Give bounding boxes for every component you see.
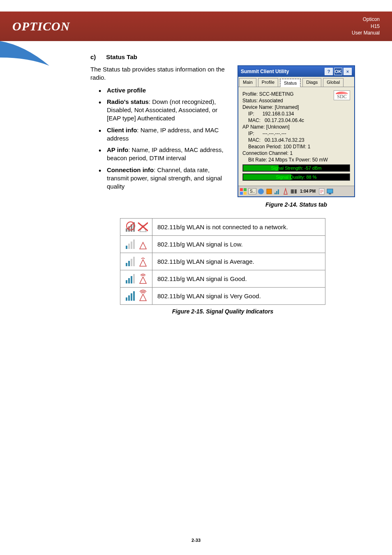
svg-rect-39 [126,297,127,301]
intro-paragraph: The Status tab provides status informati… [90,65,229,82]
svg-rect-40 [128,295,130,301]
table-row: 802.11b/g WLAN signal is Good. [120,270,325,288]
ip-value: 192.168.0.134 [263,111,294,117]
tab-profile[interactable]: Profile [258,78,278,87]
brand-line-3: User Manual [352,30,380,37]
right-column: Summit Client Utility ? OK × Main Profil… [238,65,355,208]
svg-rect-14 [295,189,296,193]
bullet-label: Client info [107,127,137,134]
signal-desc: 802.11b/g WLAN signal is Average. [152,253,325,270]
signal-desc: 802.11b/g WLAN signal is Very Good. [152,288,325,305]
tab-row: Main Profile Status Diags Global [238,77,354,87]
tab-body: SDC Profile: SCC-MEETING Status: Associa… [238,87,354,186]
tab-diags[interactable]: Diags [302,78,321,87]
beacon-line: Beacon Period: 100 DTIM: 1 [242,144,350,150]
mac-label: MAC: [248,117,261,123]
svg-point-5 [258,189,264,194]
titlebar-buttons: ? OK × [325,68,352,75]
svg-rect-27 [126,246,127,249]
start-icon[interactable] [239,187,247,196]
svg-rect-15 [296,189,297,193]
svg-rect-35 [126,280,127,283]
svg-rect-13 [294,189,294,193]
device-name-line: Device Name: [Unnamed] [242,104,350,110]
close-icon[interactable]: × [344,68,352,75]
signal-icon-very-good [120,288,152,305]
svg-text:OPTICON: OPTICON [12,19,70,33]
sdc-badge: SDC [334,90,350,100]
sig-strength-text: Signal Strength: -57 dBm [271,166,322,170]
svg-rect-29 [131,242,132,249]
sdc-text: SDC [337,94,346,100]
ok-button[interactable]: OK [334,68,342,75]
svg-rect-12 [293,189,293,193]
svg-rect-38 [133,274,135,283]
svg-rect-18 [329,193,331,194]
svg-rect-11 [292,189,293,193]
table-row: 802.11b/g WLAN signal is Low. [120,236,325,253]
list-item: AP info: Name, IP address, MAC address, … [107,146,229,163]
signal-bars-icon[interactable] [274,188,281,195]
desktop-icon[interactable] [326,188,334,195]
svg-rect-36 [128,278,130,283]
svg-rect-9 [278,189,279,194]
svg-rect-7 [274,193,276,194]
ap-mac-line: MAC: 00.13.d4.7d.32.23 [242,137,350,143]
mac-value: 00.13.d4.7d.32.23 [265,137,304,143]
tab-global[interactable]: Global [323,78,344,87]
ap-name-line: AP Name: [Unknown] [242,124,350,130]
window-titlebar: Summit Client Utility ? OK × [238,66,354,77]
ap-ip-line: IP: ---.---.---.--- [242,131,350,136]
ip-label: IP: [248,131,254,136]
svg-rect-32 [128,261,130,266]
svg-rect-41 [131,293,132,301]
table-row: 802.11b/g WLAN signal is Average. [120,253,325,270]
main-content: c) Status Tab The Status tab provides st… [0,41,392,315]
svg-rect-4 [244,192,247,195]
bit-rate-line: Bit Rate: 24 Mbps Tx Power: 50 mW [242,157,350,163]
brand-line-2: H15 [352,23,380,30]
top-margin [0,0,392,12]
conn-channel-line: Connection Channel: 1 [242,150,350,156]
svg-rect-6 [267,189,272,194]
ip-value: ---.---.---.--- [263,131,286,136]
signal-icon-low [120,236,152,253]
client-ip-line: IP: 192.168.0.134 [242,111,350,117]
list-item: Radio's status: Down (not recognized), D… [107,98,229,123]
svg-rect-19 [126,228,127,232]
window-title: Summit Client Utility [241,69,289,74]
taskbar-time: 1:04 PM [300,189,316,193]
signal-icon-average [120,253,152,270]
brand-line-1: Opticon [352,16,380,23]
sig-quality-text: Signal Quality: 88 % [276,175,316,180]
page-number: 2-33 [191,538,201,543]
page-header: OPTICON Opticon H15 User Manual [0,12,392,41]
svg-rect-31 [126,263,127,266]
tower-icon[interactable] [282,188,289,195]
barcode-icon[interactable] [290,188,297,195]
svg-rect-10 [291,189,291,193]
tab-main[interactable]: Main [239,78,256,87]
note-icon[interactable] [318,188,325,195]
section-letter: c) [90,53,96,60]
signal-strength-bar: Signal Strength: -57 dBm [242,164,350,172]
left-column: The Status tab provides status informati… [90,65,229,194]
cpu-icon[interactable] [265,188,273,195]
bullet-label: AP info [107,146,128,153]
svg-rect-30 [133,240,135,249]
bullet-label: Connection info [107,166,154,173]
ip-label: IP: [248,111,254,117]
help-icon[interactable]: ? [325,68,333,75]
svg-rect-28 [128,244,130,249]
taskbar-app[interactable]: S.. [248,188,256,194]
device-screenshot: Summit Client Utility ? OK × Main Profil… [238,65,355,197]
signal-desc: 802.11b/g WLAN signal is Low. [152,236,325,253]
signal-quality-table: 802.11b/g WLAN is not connected to a net… [120,218,325,305]
two-column-layout: The Status tab provides status informati… [90,65,355,208]
list-item: Connection info: Channel, data rate, tra… [107,166,229,191]
svg-rect-37 [131,276,132,283]
svg-rect-33 [131,259,132,266]
tab-status[interactable]: Status [280,78,301,87]
signal-desc: 802.11b/g WLAN signal is Good. [152,270,325,288]
globe-icon[interactable] [257,188,265,195]
